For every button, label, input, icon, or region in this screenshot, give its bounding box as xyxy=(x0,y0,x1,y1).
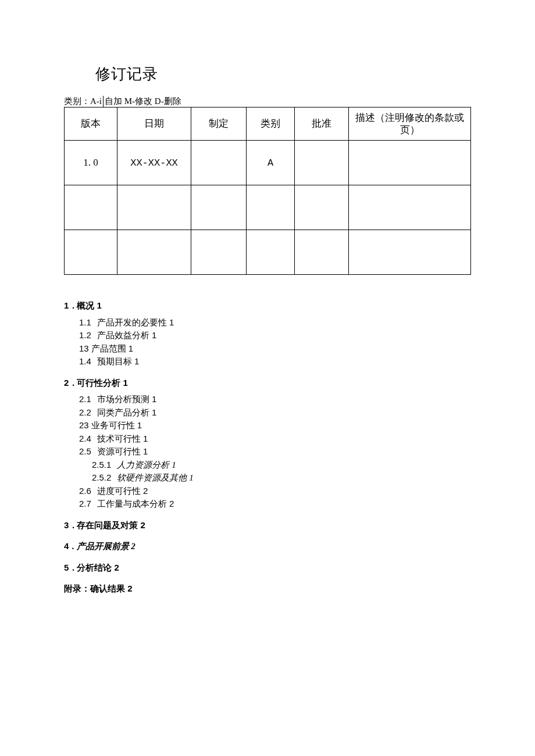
toc-text: 软硬件资源及其他 1 xyxy=(117,473,193,482)
toc-entry: 2.5.1人力资源分析 1 xyxy=(92,458,471,472)
toc-number: 2.6 xyxy=(79,486,91,496)
cell-date: XX-XX-XX xyxy=(117,141,191,185)
toc-text: . 产品开展前景 2 xyxy=(72,542,135,551)
legend-rest: 自加 M-修改 D-删除 xyxy=(104,96,181,107)
toc-number: 2.5.1 xyxy=(92,460,111,470)
table-of-contents: 1. 概况 11.1产品开发的必要性 11.2产品效益分析 113产品范围 11… xyxy=(64,299,471,596)
toc-number: 2.1 xyxy=(79,394,91,404)
toc-entry: 2.7工作量与成本分析 2 xyxy=(79,497,471,511)
header-date: 日期 xyxy=(117,108,191,141)
toc-entry: 2.6进度可行性 2 xyxy=(79,485,471,498)
toc-number: 1.1 xyxy=(79,317,91,327)
toc-text: 资源可行性 1 xyxy=(97,446,148,456)
cell-approval xyxy=(295,185,349,230)
toc-entry: 2.4技术可行性 1 xyxy=(79,432,471,446)
header-desc-line1: 描述（注明修改的条款或 xyxy=(355,112,464,123)
cell-category xyxy=(247,230,295,275)
header-desc-line2: 页） xyxy=(400,124,420,135)
table-row: 1. 0 XX-XX-XX A xyxy=(65,141,471,185)
cell-desc xyxy=(349,230,471,275)
table-row xyxy=(65,185,471,230)
cell-approval xyxy=(295,141,349,185)
toc-entry: 附录：确认结果 2 xyxy=(64,582,471,596)
toc-text: . 可行性分析 1 xyxy=(72,378,128,388)
toc-entry: 23业务可行性 1 xyxy=(79,419,471,432)
toc-text: 产品效益分析 1 xyxy=(97,330,157,340)
document-page: 修订记录 类别：A-i 自加 M-修改 D-删除 版本 日期 制定 类别 批准 … xyxy=(0,0,535,756)
category-legend: 类别：A-i 自加 M-修改 D-删除 xyxy=(64,96,471,107)
toc-number: 2.5 xyxy=(79,446,91,456)
cell-approval xyxy=(295,230,349,275)
toc-entry: 2.2同类产品分析 1 xyxy=(79,406,471,420)
toc-text: . 分析结论 2 xyxy=(72,562,119,572)
cell-maker xyxy=(191,230,247,275)
toc-entry: 4. 产品开展前景 2 xyxy=(64,540,471,553)
cell-category xyxy=(247,185,295,230)
toc-text: 进度可行性 2 xyxy=(97,486,148,496)
toc-number: 2.2 xyxy=(79,407,91,417)
header-version: 版本 xyxy=(65,108,117,141)
toc-number: 1.4 xyxy=(79,356,91,366)
toc-text: . 概况 1 xyxy=(72,300,102,310)
cell-date xyxy=(117,230,191,275)
cell-maker xyxy=(191,185,247,230)
toc-entry: 13产品范围 1 xyxy=(79,342,471,356)
toc-number: 23 xyxy=(79,420,89,430)
header-maker: 制定 xyxy=(191,108,247,141)
header-approval: 批准 xyxy=(295,108,349,141)
cell-desc xyxy=(349,185,471,230)
toc-number: 1.2 xyxy=(79,330,91,340)
toc-text: 技术可行性 1 xyxy=(97,433,148,443)
toc-number: 13 xyxy=(79,343,89,353)
toc-text: 产品开发的必要性 1 xyxy=(97,317,174,327)
toc-number: 1 xyxy=(64,299,72,313)
cell-version: 1. 0 xyxy=(65,141,117,185)
legend-prefix: 类别：A-i xyxy=(64,96,104,107)
toc-text: 业务可行性 1 xyxy=(91,420,142,430)
toc-number: 2 xyxy=(64,377,72,390)
toc-text: 工作量与成本分析 2 xyxy=(97,499,174,508)
toc-number: 2.7 xyxy=(79,499,91,508)
cell-version xyxy=(65,230,117,275)
toc-number: 5 xyxy=(64,561,72,575)
toc-entry: 1. 概况 1 xyxy=(64,299,471,313)
toc-number: 4 xyxy=(64,540,72,553)
cell-maker xyxy=(191,141,247,185)
toc-entry: 2. 可行性分析 1 xyxy=(64,377,471,390)
cell-date xyxy=(117,185,191,230)
header-description: 描述（注明修改的条款或 页） xyxy=(349,108,471,141)
cell-version xyxy=(65,185,117,230)
table-row xyxy=(65,230,471,275)
toc-text: 同类产品分析 1 xyxy=(97,407,157,417)
toc-entry: 1.2产品效益分析 1 xyxy=(79,329,471,342)
toc-text: . 存在问题及对策 2 xyxy=(72,520,145,530)
toc-entry: 5. 分析结论 2 xyxy=(64,561,471,575)
toc-text: 人力资源分析 1 xyxy=(117,460,176,470)
toc-number: 2.5.2 xyxy=(92,472,111,482)
table-header-row: 版本 日期 制定 类别 批准 描述（注明修改的条款或 页） xyxy=(65,108,471,141)
toc-text: 市场分析预测 1 xyxy=(97,394,157,404)
toc-entry: 2.5资源可行性 1 xyxy=(79,445,471,458)
toc-entry: 3. 存在问题及对策 2 xyxy=(64,519,471,532)
cell-desc xyxy=(349,141,471,185)
toc-entry: 2.1市场分析预测 1 xyxy=(79,393,471,406)
toc-entry: 1.1产品开发的必要性 1 xyxy=(79,316,471,329)
toc-text: 产品范围 1 xyxy=(91,343,134,353)
revision-table: 版本 日期 制定 类别 批准 描述（注明修改的条款或 页） 1. 0 XX-XX… xyxy=(64,107,471,275)
toc-number: 3 xyxy=(64,519,72,532)
toc-text: 预期目标 1 xyxy=(97,356,140,366)
page-title: 修订记录 xyxy=(95,64,471,84)
header-category: 类别 xyxy=(247,108,295,141)
toc-entry: 1.4预期目标 1 xyxy=(79,355,471,368)
toc-entry: 2.5.2软硬件资源及其他 1 xyxy=(92,471,471,485)
cell-category: A xyxy=(247,141,295,185)
toc-number: 2.4 xyxy=(79,433,91,443)
